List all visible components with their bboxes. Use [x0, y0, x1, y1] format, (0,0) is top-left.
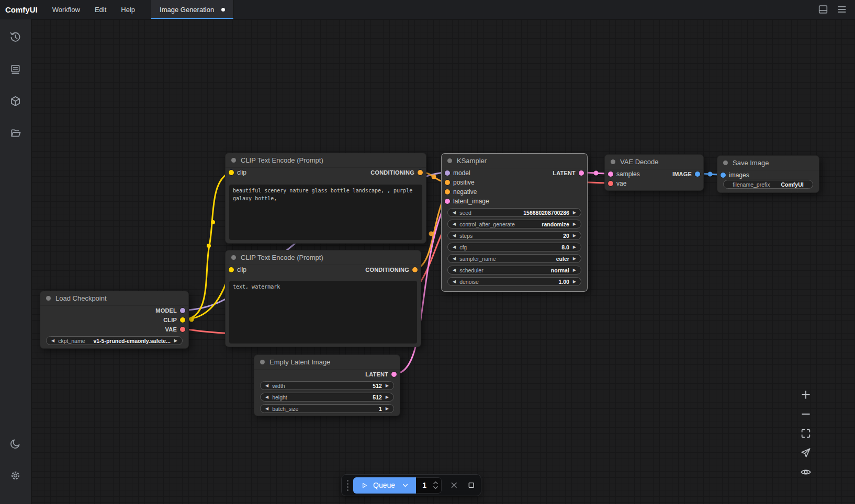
prompt-textarea[interactable]: beautiful scenery nature glass bottle la…	[229, 185, 422, 240]
decrement-arrow-icon[interactable]: ◀	[265, 384, 268, 388]
zoom-in-icon[interactable]	[800, 389, 812, 400]
node-load-checkpoint[interactable]: Load Checkpoint MODEL CLIP VAE ◀ ckpt_na…	[40, 291, 189, 349]
prev-arrow-icon[interactable]: ◀	[453, 257, 456, 261]
chevron-down-icon[interactable]	[402, 482, 409, 489]
output-slot-latent: LATENT	[254, 370, 400, 379]
prev-arrow-icon[interactable]: ◀	[453, 268, 456, 272]
node-header[interactable]: Save Image	[717, 156, 819, 170]
widget-filename-prefix[interactable]: filename_prefix ComfyUI	[723, 180, 813, 189]
increment-arrow-icon[interactable]: ▶	[573, 234, 576, 238]
node-status-dot	[231, 255, 236, 260]
menu-help[interactable]: Help	[114, 0, 142, 19]
model-input-dot[interactable]	[445, 170, 450, 176]
toggle-links-visibility-icon[interactable]	[800, 466, 812, 478]
queue-button[interactable]: Queue	[353, 477, 416, 494]
tab-image-generation[interactable]: Image Generation	[151, 0, 234, 19]
sidebar-item-settings[interactable]	[5, 465, 26, 486]
widget-denoise[interactable]: ◀ denoise 1.00 ▶	[447, 277, 581, 286]
count-decrement-icon[interactable]	[433, 486, 438, 489]
conditioning-output-dot[interactable]	[418, 170, 423, 175]
latent-image-input-dot[interactable]	[445, 199, 450, 204]
decrement-arrow-icon[interactable]: ◀	[453, 245, 456, 249]
fit-view-icon[interactable]	[800, 428, 812, 439]
latent-output-dot[interactable]	[579, 170, 584, 176]
node-ksampler[interactable]: KSampler model LATENT positive negative …	[441, 153, 588, 292]
widget-seed[interactable]: ◀ seed 156680208700286 ▶	[447, 208, 581, 217]
prompt-textarea[interactable]: text, watermark	[229, 281, 417, 343]
widget-sampler-name[interactable]: ◀ sampler_name euler ▶	[447, 254, 581, 263]
decrement-arrow-icon[interactable]: ◀	[265, 395, 268, 399]
next-arrow-icon[interactable]: ▶	[174, 339, 177, 343]
vae-output-dot[interactable]	[180, 327, 185, 332]
node-header[interactable]: Load Checkpoint	[40, 291, 188, 306]
widget-scheduler[interactable]: ◀ scheduler normal ▶	[447, 266, 581, 274]
increment-arrow-icon[interactable]: ▶	[573, 280, 576, 284]
stop-icon[interactable]	[467, 480, 476, 490]
widget-batch-size[interactable]: ◀ batch_size 1 ▶	[260, 404, 394, 413]
input-slot-positive: positive	[442, 178, 587, 187]
menu-icon[interactable]	[836, 4, 848, 15]
prev-arrow-icon[interactable]: ◀	[453, 222, 456, 226]
zoom-out-icon[interactable]	[800, 408, 812, 420]
samples-input-dot[interactable]	[608, 171, 613, 177]
app-logo[interactable]: ComfyUI	[0, 0, 45, 19]
sidebar-item-queue[interactable]	[5, 59, 26, 79]
node-clip-text-encode-positive[interactable]: CLIP Text Encode (Prompt) clip CONDITION…	[225, 153, 426, 244]
latent-output-dot[interactable]	[391, 372, 397, 377]
widget-steps[interactable]: ◀ steps 20 ▶	[447, 231, 581, 240]
next-arrow-icon[interactable]: ▶	[573, 222, 576, 226]
drag-handle[interactable]	[347, 480, 348, 491]
widget-width[interactable]: ◀ width 512 ▶	[260, 381, 394, 390]
node-header[interactable]: Empty Latent Image	[254, 355, 400, 370]
widget-cfg[interactable]: ◀ cfg 8.0 ▶	[447, 243, 581, 251]
node-empty-latent-image[interactable]: Empty Latent Image LATENT ◀ width 512 ▶ …	[254, 354, 400, 416]
clip-input-dot[interactable]	[229, 170, 234, 175]
increment-arrow-icon[interactable]: ▶	[573, 245, 576, 249]
node-header[interactable]: KSampler	[442, 154, 587, 168]
decrement-arrow-icon[interactable]: ◀	[453, 234, 456, 238]
bottom-panel-toggle-icon[interactable]	[817, 4, 829, 15]
sidebar-item-theme-toggle[interactable]	[5, 433, 26, 454]
next-arrow-icon[interactable]: ▶	[573, 257, 576, 261]
node-save-image[interactable]: Save Image images filename_prefix ComfyU…	[717, 155, 819, 193]
decrement-arrow-icon[interactable]: ◀	[453, 280, 456, 284]
input-slot-vae: vae	[605, 179, 703, 188]
increment-arrow-icon[interactable]: ▶	[573, 211, 576, 215]
clip-output-dot[interactable]	[180, 317, 185, 323]
node-status-dot	[231, 158, 236, 163]
images-input-dot[interactable]	[721, 173, 726, 178]
sidebar-item-model-library[interactable]	[5, 90, 26, 111]
sidebar-item-workflows[interactable]	[5, 122, 26, 143]
node-vae-decode[interactable]: VAE Decode samples IMAGE vae	[604, 154, 704, 191]
output-slot-clip: CLIP	[40, 315, 188, 325]
clear-queue-icon[interactable]	[449, 480, 458, 490]
pan-mode-icon[interactable]	[800, 447, 812, 459]
increment-arrow-icon[interactable]: ▶	[386, 384, 389, 388]
widget-ckpt-name[interactable]: ◀ ckpt_name v1-5-pruned-emaonly.safete..…	[46, 336, 183, 345]
node-header[interactable]: CLIP Text Encode (Prompt)	[226, 153, 426, 168]
widget-control-after-generate[interactable]: ◀ control_after_generate randomize ▶	[447, 220, 581, 228]
clip-input-dot[interactable]	[229, 267, 234, 272]
node-clip-text-encode-negative[interactable]: CLIP Text Encode (Prompt) clip CONDITION…	[225, 250, 421, 347]
node-header[interactable]: CLIP Text Encode (Prompt)	[226, 250, 421, 265]
node-header[interactable]: VAE Decode	[605, 155, 703, 169]
increment-arrow-icon[interactable]: ▶	[386, 407, 389, 411]
negative-input-dot[interactable]	[445, 189, 450, 194]
menu-edit[interactable]: Edit	[87, 0, 114, 19]
prev-arrow-icon[interactable]: ◀	[51, 339, 54, 343]
model-output-dot[interactable]	[180, 308, 185, 313]
vae-input-dot[interactable]	[608, 181, 613, 186]
widget-height[interactable]: ◀ height 512 ▶	[260, 393, 394, 402]
decrement-arrow-icon[interactable]: ◀	[453, 211, 456, 215]
conditioning-output-dot[interactable]	[412, 267, 418, 272]
node-title: KSampler	[457, 157, 487, 165]
next-arrow-icon[interactable]: ▶	[573, 268, 576, 272]
count-increment-icon[interactable]	[433, 481, 438, 485]
image-output-dot[interactable]	[695, 171, 700, 177]
positive-input-dot[interactable]	[445, 180, 450, 185]
batch-count-value[interactable]: 1	[416, 481, 433, 489]
decrement-arrow-icon[interactable]: ◀	[265, 407, 268, 411]
increment-arrow-icon[interactable]: ▶	[386, 395, 389, 399]
menu-workflow[interactable]: Workflow	[45, 0, 87, 19]
sidebar-item-history[interactable]	[5, 27, 26, 48]
